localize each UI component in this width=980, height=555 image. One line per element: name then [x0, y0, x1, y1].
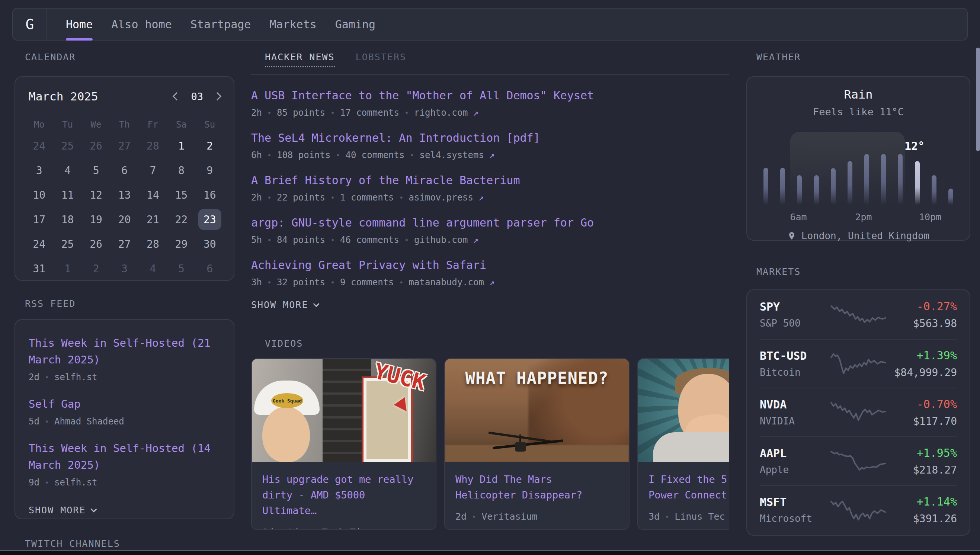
weather-bar: [881, 154, 886, 205]
nav-item-home[interactable]: Home: [66, 8, 93, 40]
video-card[interactable]: DO TH T I Fixed the 5 Power Connect 3d •…: [637, 358, 729, 530]
dot-separator: •: [399, 278, 404, 287]
market-price: $563.98: [887, 317, 957, 330]
weather-current-temp: 12°: [903, 140, 925, 152]
main-nav: Home Also home Startpage Markets Gaming: [66, 8, 375, 40]
calendar-day: 17: [25, 207, 53, 232]
tabs-divider: [251, 74, 729, 75]
calendar-day: 7: [139, 158, 167, 183]
video-channel: Linus Tec: [675, 511, 725, 522]
weather-bar: [814, 175, 819, 205]
weather-bar: [797, 175, 802, 205]
video-card[interactable]: WHAT HAPPENED? Why Did The Mars Helicopt…: [444, 358, 630, 530]
calendar-day-selected: 23: [196, 207, 224, 232]
calendar-day: 2: [196, 133, 224, 158]
market-row[interactable]: MSFT Microsoft +1.14% $391.26: [760, 485, 957, 534]
rss-item-source: Ahmad Shadeed: [55, 416, 124, 427]
market-name: Apple: [760, 464, 830, 475]
news-item-link[interactable]: argp: GNU-style command line argument pa…: [251, 215, 594, 231]
video-title[interactable]: His upgrade got me really dirty - AMD $5…: [262, 472, 425, 518]
calendar-weekday-row: Mo Tu We Th Fr Sa Su: [25, 119, 224, 130]
video-title-line: I Fixed the 5: [648, 472, 729, 487]
rss-item: This Week in Self-Hosted (21 March 2025)…: [29, 335, 220, 382]
nav-item-also-home[interactable]: Also home: [111, 8, 172, 40]
news-item-age: 2h: [251, 192, 262, 203]
calendar-next-icon[interactable]: [213, 92, 222, 101]
page-scrollbar-thumb[interactable]: [976, 48, 980, 151]
market-price: $117.70: [887, 415, 957, 427]
calendar-prev-icon[interactable]: [173, 92, 181, 101]
rss-show-more-button[interactable]: SHOW MORE: [29, 505, 220, 516]
calendar-day: 21: [139, 207, 167, 232]
market-row[interactable]: BTC-USD Bitcoin +1.39% $84,999.29: [760, 339, 957, 388]
news-item-link[interactable]: A USB Interface to the "Mother of All De…: [251, 87, 594, 104]
calendar-day: 3: [110, 256, 138, 281]
top-nav: G Home Also home Startpage Markets Gamin…: [12, 8, 968, 40]
market-price: $84,999.29: [887, 366, 957, 379]
market-row[interactable]: NVDA NVIDIA -0.70% $117.70: [760, 388, 957, 436]
tab-hacker-news[interactable]: HACKER NEWS: [265, 52, 335, 67]
news-item-points: 108 points: [277, 150, 331, 160]
news-item-age: 2h: [251, 107, 262, 118]
nav-item-markets[interactable]: Markets: [269, 8, 316, 40]
dot-separator: •: [410, 151, 414, 160]
rss-item-link[interactable]: This Week in Self-Hosted (21 March 2025): [29, 335, 220, 368]
nav-item-startpage[interactable]: Startpage: [191, 8, 251, 40]
calendar-day: 20: [110, 207, 138, 232]
calendar-day: 4: [139, 256, 167, 281]
calendar-day: 30: [196, 232, 224, 256]
calendar-day: 27: [110, 232, 138, 256]
weekday-label: Tu: [53, 119, 82, 130]
rss-feed-widget: This Week in Self-Hosted (21 March 2025)…: [14, 319, 234, 519]
market-name: S&P 500: [760, 318, 830, 329]
weather-bar: [848, 161, 852, 205]
rss-item-link[interactable]: This Week in Self-Hosted (14 March 2025): [29, 440, 220, 473]
external-link-icon[interactable]: ↗: [473, 107, 478, 118]
calendar-day: 29: [167, 232, 195, 256]
rss-item-age: 2d: [29, 372, 39, 382]
app-logo[interactable]: G: [13, 8, 47, 40]
tab-lobsters[interactable]: LOBSTERS: [356, 52, 406, 63]
market-row[interactable]: AAPL Apple +1.95% $218.27: [760, 436, 957, 485]
dot-separator: •: [399, 193, 404, 202]
show-more-label: SHOW MORE: [29, 505, 85, 516]
show-more-label: SHOW MORE: [251, 300, 308, 310]
calendar-day: 26: [82, 133, 110, 158]
news-item-source: sel4.systems: [420, 150, 484, 160]
video-card[interactable]: Geek Squad YUCK His upgrade got me reall…: [251, 358, 436, 530]
market-sparkline: [830, 352, 887, 376]
external-link-icon[interactable]: ↗: [473, 235, 478, 245]
video-channel: Linus Tech Tips: [288, 527, 372, 530]
news-item-link[interactable]: A Brief History of the Miracle Bacterium: [251, 172, 520, 189]
person-art: [653, 432, 729, 462]
rss-item-link[interactable]: Self Gap: [29, 396, 220, 412]
video-title[interactable]: I Fixed the 5 Power Connect: [648, 472, 729, 503]
dot-separator: •: [330, 193, 335, 202]
market-name: NVIDIA: [760, 415, 830, 427]
calendar-day: 13: [110, 183, 138, 207]
news-item-points: 85 points: [277, 107, 325, 118]
video-title[interactable]: Why Did The Mars Helicopter Disappear?: [456, 472, 618, 503]
news-show-more-button[interactable]: SHOW MORE: [251, 300, 729, 310]
external-link-icon[interactable]: ↗: [489, 150, 494, 160]
helicopter-art: [515, 442, 526, 452]
market-change: +1.14%: [887, 495, 957, 508]
weather-bar: [780, 168, 785, 205]
external-link-icon[interactable]: ↗: [478, 192, 484, 203]
external-link-icon[interactable]: ↗: [489, 277, 494, 287]
weather-location: London, United Kingdom: [801, 230, 929, 241]
market-sparkline: [830, 449, 887, 473]
dot-separator: •: [267, 108, 272, 117]
nav-item-gaming[interactable]: Gaming: [335, 8, 375, 40]
news-item-link[interactable]: Achieving Great Privacy with Safari: [251, 257, 486, 273]
market-price: $218.27: [887, 464, 957, 476]
calendar-day: 2: [82, 256, 110, 281]
rss-item: This Week in Self-Hosted (14 March 2025)…: [29, 440, 220, 488]
mars-ground-art: [445, 445, 629, 462]
dot-separator: •: [330, 278, 335, 287]
market-row[interactable]: SPY S&P 500 -0.27% $563.98: [760, 290, 957, 339]
sparkline-chart: [830, 498, 887, 522]
calendar-day: 1: [167, 133, 195, 158]
video-title-line: Power Connect: [648, 487, 729, 503]
news-item-link[interactable]: The SeL4 Microkernel: An Introduction [p…: [251, 130, 540, 146]
